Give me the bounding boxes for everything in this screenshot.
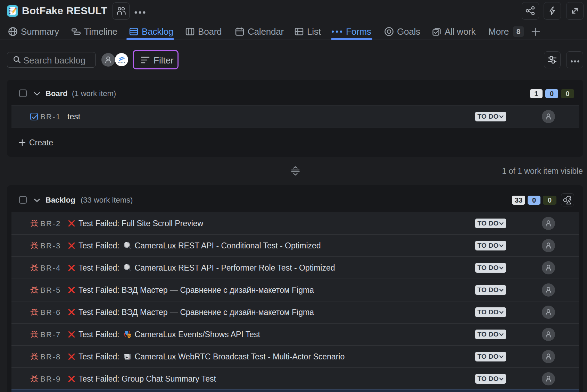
svg-text:SCRILE: SCRILE [118,62,125,63]
